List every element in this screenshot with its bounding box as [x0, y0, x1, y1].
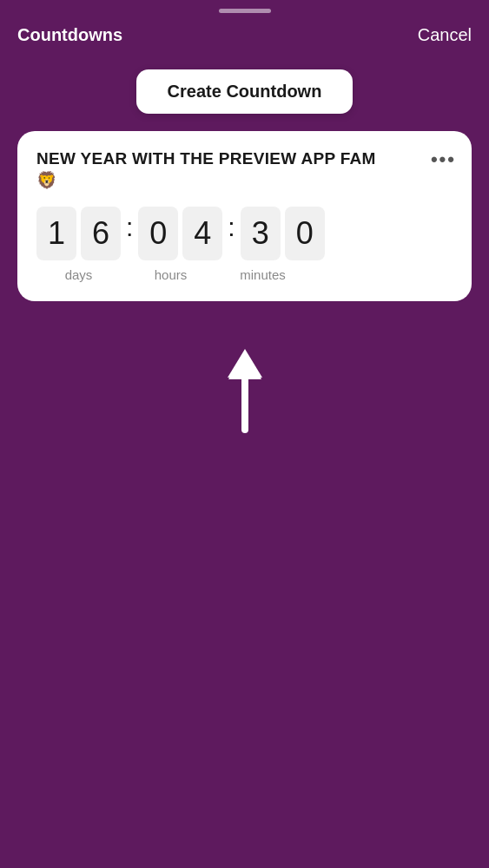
create-button-wrapper: Create Countdown [0, 69, 489, 114]
nav-title: Countdowns [17, 25, 122, 45]
days-label: days [65, 267, 93, 282]
arrow-up-icon [221, 345, 268, 440]
minutes-digit-2: 0 [285, 207, 325, 260]
hours-digit-1: 0 [138, 207, 178, 260]
days-label-group: days [36, 267, 121, 282]
create-countdown-button[interactable]: Create Countdown [136, 69, 354, 114]
cancel-button[interactable]: Cancel [418, 25, 472, 45]
colon-separator-1: : [121, 213, 138, 242]
minutes-digit-group: 3 0 [241, 207, 325, 260]
days-digit-group: 1 6 [36, 207, 121, 260]
status-pill [219, 9, 271, 13]
minutes-digit-1: 3 [241, 207, 281, 260]
status-bar [0, 0, 489, 18]
scroll-up-arrow [223, 345, 267, 440]
card-title: NEW YEAR WITH THE PREVIEW APP FAM 🦁 [36, 148, 390, 191]
hours-label: hours [155, 267, 188, 282]
minutes-label-group: minutes [221, 267, 305, 282]
card-menu-button[interactable]: ••• [431, 148, 456, 171]
hours-digit-2: 4 [182, 207, 222, 260]
hours-label-group: hours [121, 267, 221, 282]
colon-separator-2: : [222, 213, 240, 242]
nav-bar: Countdowns Cancel [0, 18, 489, 56]
countdown-display: 1 6 : 0 4 : 3 0 [36, 207, 453, 260]
days-digit-2: 6 [81, 207, 121, 260]
arrow-container [0, 345, 489, 440]
minutes-label: minutes [240, 267, 286, 282]
countdown-card: NEW YEAR WITH THE PREVIEW APP FAM 🦁 ••• … [17, 131, 472, 301]
svg-rect-0 [241, 371, 248, 433]
hours-digit-group: 0 4 [138, 207, 222, 260]
days-digit-1: 1 [36, 207, 76, 260]
time-labels-row: days hours minutes [36, 267, 453, 282]
